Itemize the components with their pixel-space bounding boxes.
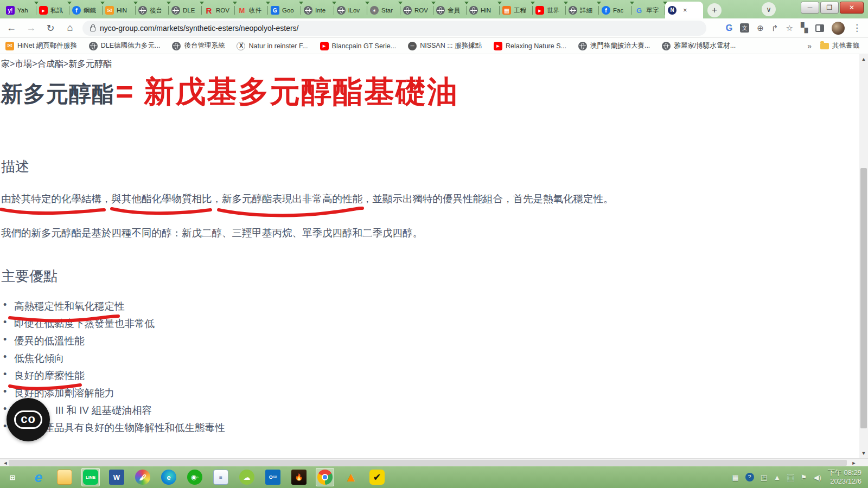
globe-icon xyxy=(304,6,312,15)
chrome-taskbar-button[interactable] xyxy=(316,468,334,486)
browser-tab-6[interactable]: RROV xyxy=(202,2,235,18)
zoom-in-icon[interactable]: ⊕ xyxy=(757,23,764,33)
tab-close-icon[interactable]: × xyxy=(682,6,688,14)
bookmark-item-0[interactable]: ✉HiNet 網頁郵件服務 xyxy=(5,41,77,50)
browser-tab-7[interactable]: M收件 xyxy=(235,2,268,18)
internet-explorer-taskbar-button[interactable]: e xyxy=(29,468,48,486)
browser-tab-11[interactable]: ✶Star xyxy=(367,2,400,18)
wechat-taskbar-button[interactable]: ◉◦ xyxy=(186,468,204,486)
browser-tab-17[interactable]: 詳細 xyxy=(566,2,599,18)
vertical-scrollbar[interactable]: ▲ ▼ xyxy=(859,54,868,458)
bookmark-item-8[interactable]: 雅麗家/博騵水電材... xyxy=(662,41,736,50)
kebab-menu-icon[interactable]: ⋮ xyxy=(852,22,861,34)
vertical-scroll-thumb[interactable] xyxy=(860,168,867,428)
tab-label: 收件 xyxy=(249,7,261,15)
google-account-icon[interactable]: G xyxy=(726,23,732,33)
horizontal-scrollbar[interactable]: ◄ ► xyxy=(0,458,868,466)
bookmark-item-1[interactable]: DLE德國德力多元... xyxy=(89,41,161,50)
bookmark-label: DLE德國德力多元... xyxy=(101,41,161,50)
translate-icon[interactable]: 文 xyxy=(740,23,749,33)
bookmark-item-4[interactable]: ▸Blancpain GT Serie... xyxy=(320,42,397,50)
back-icon[interactable]: ← xyxy=(4,22,18,34)
home-icon[interactable]: ⌂ xyxy=(63,22,77,34)
browser-tab-1[interactable]: ▸私訊 xyxy=(36,2,69,18)
reload-icon[interactable]: ↻ xyxy=(43,22,58,34)
hidden-icons-arrow[interactable]: ▲ xyxy=(774,473,781,481)
bookmarks-overflow-icon[interactable]: » xyxy=(807,42,812,50)
url-text[interactable]: nyco-group.com/markets/synthetic-esters/… xyxy=(100,24,298,33)
r-letter-icon: R xyxy=(205,6,213,15)
browser-tab-16[interactable]: ▸世界 xyxy=(533,2,566,18)
paint-icon: 🖌 xyxy=(135,470,150,485)
share-icon[interactable]: ↱ xyxy=(771,23,778,33)
windows-start-taskbar-button[interactable]: ⊞ xyxy=(3,468,22,486)
secure-lock-icon[interactable] xyxy=(90,27,95,31)
wechat-icon: ◉◦ xyxy=(187,470,202,485)
browser-tab-18[interactable]: fFac xyxy=(599,2,632,18)
bookmark-star-icon[interactable]: ☆ xyxy=(786,23,793,33)
bookmark-item-3[interactable]: XNatur in reinster F... xyxy=(237,42,308,50)
word-taskbar-button[interactable]: W xyxy=(107,468,126,486)
maximize-button[interactable]: ❐ xyxy=(820,2,839,14)
tab-search-button[interactable]: ∨ xyxy=(762,2,776,16)
side-panel-icon[interactable] xyxy=(815,24,824,32)
cookie-widget-button[interactable]: co xyxy=(7,398,50,441)
file-explorer-taskbar-button[interactable] xyxy=(55,468,74,486)
breadcrumb[interactable]: 家>市場>合成酯>新多元醇酯 xyxy=(1,59,112,70)
forward-icon[interactable]: → xyxy=(24,22,38,34)
browser-tab-20[interactable]: N× xyxy=(665,2,703,18)
browser-tab-8[interactable]: GGoo xyxy=(268,2,301,18)
ime-icon[interactable]: ◳ xyxy=(761,473,767,481)
vlc-taskbar-button[interactable]: ▲ xyxy=(342,468,360,486)
browser-tab-12[interactable]: ROV xyxy=(400,2,433,18)
browser-tab-9[interactable]: Inte xyxy=(301,2,334,18)
browser-tab-3[interactable]: ✉HiN xyxy=(103,2,136,18)
scroll-up-icon[interactable]: ▲ xyxy=(859,56,868,62)
profile-avatar[interactable] xyxy=(832,22,845,35)
youtube-icon: ▸ xyxy=(39,6,48,15)
notepad-taskbar-button[interactable]: ≡ xyxy=(212,468,230,486)
bookmark-item-5[interactable]: ─NISSAN ::: 服務據點 xyxy=(408,41,482,50)
extensions-puzzle-icon[interactable]: ▚ xyxy=(801,22,808,34)
keyboard-icon[interactable]: ▦ xyxy=(732,473,738,481)
browser-tab-0[interactable]: y!Yah xyxy=(3,2,36,18)
scroll-down-icon[interactable]: ▼ xyxy=(859,451,868,456)
new-tab-button[interactable]: + xyxy=(707,3,722,17)
browser-tab-2[interactable]: f鋼鐵 xyxy=(69,2,103,18)
youtube-icon: ▸ xyxy=(535,6,544,15)
browser-tab-14[interactable]: HiN xyxy=(467,2,500,18)
bookmark-item-2[interactable]: 後台管理系統 xyxy=(172,41,225,50)
minimize-button[interactable]: ─ xyxy=(801,2,819,14)
line-taskbar-button[interactable]: LINE xyxy=(81,468,100,486)
paint-taskbar-button[interactable]: 🖌 xyxy=(133,468,152,486)
google-g-icon: G xyxy=(635,6,643,15)
other-bookmarks-button[interactable]: 其他書籤 xyxy=(820,41,859,50)
flag-icon[interactable]: ⚑ xyxy=(801,473,807,481)
horizontal-scroll-thumb[interactable] xyxy=(9,460,847,466)
taskbar-clock[interactable]: 下午 08:29 2023/12/6 xyxy=(828,468,861,486)
browser-tab-5[interactable]: DLE xyxy=(169,2,202,18)
browser-tab-10[interactable]: iLov xyxy=(334,2,367,18)
scroll-right-icon[interactable]: ► xyxy=(850,460,858,466)
address-bar[interactable]: nyco-group.com/markets/synthetic-esters/… xyxy=(82,21,706,36)
facebook-icon: f xyxy=(602,6,610,15)
help-icon[interactable]: ? xyxy=(745,473,754,481)
antivirus-taskbar-button[interactable]: ✔ xyxy=(368,468,386,486)
browser-tab-13[interactable]: 會員 xyxy=(433,2,467,18)
edge-taskbar-button[interactable]: e xyxy=(159,468,178,486)
hinet-mail-icon: ✉ xyxy=(5,42,14,50)
browser-tab-19[interactable]: G單字 xyxy=(632,2,665,18)
browser-tab-4[interactable]: 後台 xyxy=(136,2,169,18)
volume-icon[interactable]: ◀) xyxy=(814,473,821,481)
bookmark-item-6[interactable]: ▸Relaxing Nature S... xyxy=(494,42,566,50)
notepad-icon: ≡ xyxy=(213,470,228,485)
outlook-taskbar-button[interactable]: O✉ xyxy=(264,468,282,486)
game-taskbar-button[interactable]: 🔥 xyxy=(290,468,308,486)
tab-label: 後台 xyxy=(150,7,162,15)
bookmark-label: HiNet 網頁郵件服務 xyxy=(17,41,77,50)
network-icon[interactable]: ⿴ xyxy=(787,472,794,483)
browser-tab-15[interactable]: ▦工程 xyxy=(500,2,533,18)
bookmark-item-7[interactable]: 澳門格蘭披治大賽... xyxy=(578,41,650,50)
cloud-taskbar-button[interactable]: ☁ xyxy=(238,468,256,486)
close-window-button[interactable]: ✕ xyxy=(840,2,864,14)
